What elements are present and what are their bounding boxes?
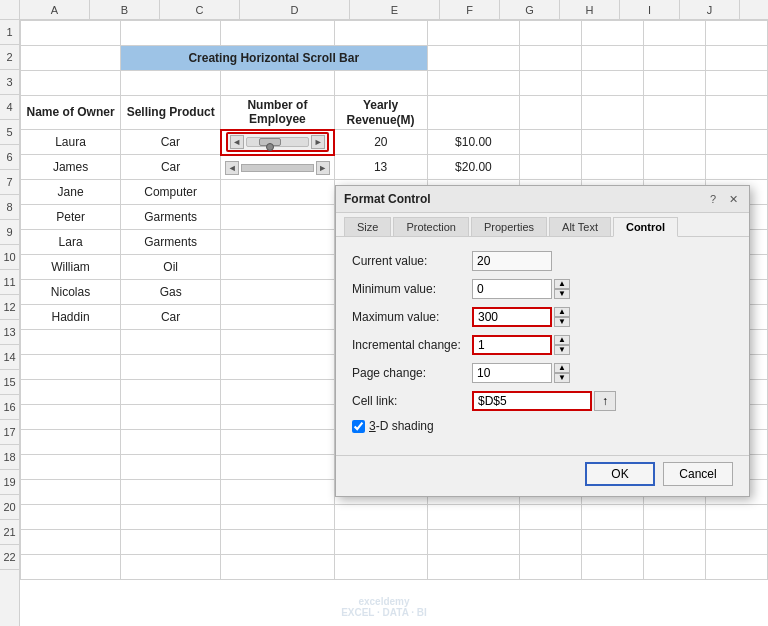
table-row: Creating Horizontal Scroll Bar [21, 46, 768, 71]
col-header-e: E [350, 0, 440, 19]
scroll-right-btn[interactable]: ► [311, 135, 325, 149]
tab-properties[interactable]: Properties [471, 217, 547, 236]
minimum-value-spinner[interactable]: ▲ ▼ [554, 279, 570, 299]
minimum-value-input[interactable] [472, 279, 552, 299]
col-header-f: F [440, 0, 500, 19]
col-header-a: A [20, 0, 90, 19]
scroll-left-btn-2[interactable]: ◄ [225, 161, 239, 175]
spreadsheet-title: Creating Horizontal Scroll Bar [121, 46, 427, 71]
shading-checkbox-row: 3-D shading [352, 419, 733, 433]
format-control-dialog: Format Control ? ✕ Size Protection Prope… [335, 185, 750, 497]
current-value-row: Current value: [352, 251, 733, 271]
col-header-i: I [620, 0, 680, 19]
tab-alt-text[interactable]: Alt Text [549, 217, 611, 236]
current-value-input[interactable] [472, 251, 552, 271]
scroll-track[interactable] [246, 137, 309, 147]
scroll-left-btn[interactable]: ◄ [230, 135, 244, 149]
page-change-spinner[interactable]: ▲ ▼ [554, 363, 570, 383]
table-row [21, 555, 768, 580]
maximum-value-label: Maximum value: [352, 310, 472, 324]
page-change-input[interactable] [472, 363, 552, 383]
cell-link-input[interactable] [472, 391, 592, 411]
col-header-g: G [500, 0, 560, 19]
tab-size[interactable]: Size [344, 217, 391, 236]
minimum-value-spin-up[interactable]: ▲ [554, 279, 570, 289]
dialog-close-button[interactable]: ✕ [725, 191, 741, 207]
incremental-change-input[interactable] [472, 335, 552, 355]
incremental-change-row: Incremental change: ▲ ▼ [352, 335, 733, 355]
dialog-title: Format Control [344, 192, 431, 206]
scrollbar-cell-row5[interactable]: ◄ ► [221, 130, 334, 155]
maximum-value-row: Maximum value: ▲ ▼ [352, 307, 733, 327]
dialog-question-button[interactable]: ? [705, 191, 721, 207]
shading-label[interactable]: 3-D shading [369, 419, 434, 433]
current-value-label: Current value: [352, 254, 472, 268]
table-row: James Car ◄ ► 13 $20.00 [21, 155, 768, 180]
scrollbar-cell-row6[interactable]: ◄ ► [221, 155, 334, 180]
page-change-spin-up[interactable]: ▲ [554, 363, 570, 373]
maximum-value-spin-down[interactable]: ▼ [554, 317, 570, 327]
cell-link-label: Cell link: [352, 394, 472, 408]
col-header-d: D [240, 0, 350, 19]
dialog-controls: ? ✕ [705, 191, 741, 207]
maximum-value-spin-up[interactable]: ▲ [554, 307, 570, 317]
dialog-body: Current value: Minimum value: ▲ ▼ Maximu… [336, 237, 749, 455]
col-header-c: C [160, 0, 240, 19]
table-row [21, 21, 768, 46]
col-header-h: H [560, 0, 620, 19]
maximum-value-input[interactable] [472, 307, 552, 327]
incremental-change-spin-up[interactable]: ▲ [554, 335, 570, 345]
tab-protection[interactable]: Protection [393, 217, 469, 236]
col-header-b: B [90, 0, 160, 19]
table-row [21, 71, 768, 96]
table-row: Laura Car ◄ ► 20 [21, 130, 768, 155]
table-row [21, 505, 768, 530]
dialog-footer: OK Cancel [336, 455, 749, 496]
incremental-change-spin-down[interactable]: ▼ [554, 345, 570, 355]
scroll-thumb[interactable] [259, 138, 281, 146]
cell-link-ref-button[interactable]: ↑ [594, 391, 616, 411]
scrollbar-widget-row5[interactable]: ◄ ► [226, 132, 329, 152]
maximum-value-spinner[interactable]: ▲ ▼ [554, 307, 570, 327]
minimum-value-row: Minimum value: ▲ ▼ [352, 279, 733, 299]
page-change-row: Page change: ▲ ▼ [352, 363, 733, 383]
dialog-titlebar: Format Control ? ✕ [336, 186, 749, 213]
minimum-value-spin-down[interactable]: ▼ [554, 289, 570, 299]
cell-link-row: Cell link: ↑ [352, 391, 733, 411]
col-header-j: J [680, 0, 740, 19]
shading-checkbox[interactable] [352, 420, 365, 433]
page-change-spin-down[interactable]: ▼ [554, 373, 570, 383]
ok-button[interactable]: OK [585, 462, 655, 486]
scroll-thumb-dot [266, 143, 274, 151]
minimum-value-label: Minimum value: [352, 282, 472, 296]
cancel-button[interactable]: Cancel [663, 462, 733, 486]
scroll-right-btn-2[interactable]: ► [316, 161, 330, 175]
page-change-label: Page change: [352, 366, 472, 380]
incremental-change-spinner[interactable]: ▲ ▼ [554, 335, 570, 355]
table-row [21, 530, 768, 555]
col-headers: A B C D E F G H I J [0, 0, 768, 20]
dialog-tabs: Size Protection Properties Alt Text Cont… [336, 213, 749, 237]
table-row: Name of Owner Selling Product Number ofE… [21, 96, 768, 130]
tab-control[interactable]: Control [613, 217, 678, 237]
incremental-change-label: Incremental change: [352, 338, 472, 352]
row-headers: 1 2 3 4 5 6 7 8 9 10 11 12 13 14 15 16 1… [0, 20, 20, 626]
